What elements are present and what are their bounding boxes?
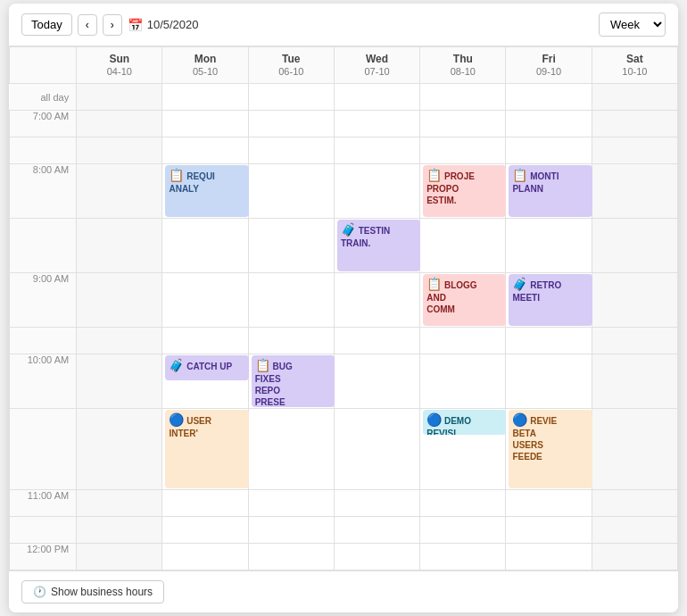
cell-mon-800[interactable]: 📋 REQUIANALY bbox=[162, 164, 248, 219]
cell-mon-930[interactable] bbox=[162, 328, 248, 354]
event-project-proposal[interactable]: 📋 PROJEPROPOESTIM. bbox=[423, 165, 506, 217]
toolbar-left: Today ‹ › 📅 10/5/2020 bbox=[21, 13, 199, 36]
cell-wed-830[interactable]: 🧳 TESTINTRAIN. bbox=[334, 219, 419, 273]
cell-wed-1000[interactable] bbox=[334, 354, 419, 409]
cell-sun-830[interactable] bbox=[77, 219, 162, 273]
cell-sat-800[interactable] bbox=[592, 164, 677, 219]
cell-tue-900[interactable] bbox=[248, 273, 334, 328]
cell-sun-900[interactable] bbox=[77, 273, 162, 328]
cell-sat-700[interactable] bbox=[592, 111, 677, 137]
cell-wed-730[interactable] bbox=[334, 137, 419, 164]
cell-thu-730[interactable] bbox=[420, 137, 506, 164]
cell-mon-1130[interactable] bbox=[162, 517, 248, 544]
cell-thu-700[interactable] bbox=[420, 111, 506, 137]
cell-thu-1100[interactable] bbox=[420, 490, 506, 517]
event-catchup[interactable]: 🧳 CATCH UP bbox=[165, 355, 248, 380]
cell-wed-700[interactable] bbox=[334, 111, 419, 137]
cell-thu-900[interactable]: 📋 BLOGGANDCOMM bbox=[420, 273, 506, 328]
cell-tue-1100[interactable] bbox=[248, 490, 334, 517]
cell-mon-700[interactable] bbox=[162, 111, 248, 137]
cell-thu-1130[interactable] bbox=[420, 517, 506, 544]
event-review-beta[interactable]: 🔵 REVIEBETAUSERSFEEDE bbox=[509, 410, 592, 488]
date-label: 📅 10/5/2020 bbox=[128, 18, 199, 32]
view-selector[interactable]: Week Day Month bbox=[599, 12, 666, 37]
view-select[interactable]: Week Day Month bbox=[599, 12, 666, 37]
cell-fri-830[interactable] bbox=[506, 219, 592, 273]
cell-mon-1030[interactable]: 🔵 USERINTER' bbox=[162, 409, 248, 490]
cell-sun-1130[interactable] bbox=[77, 517, 162, 544]
cell-tue-930[interactable] bbox=[248, 328, 334, 354]
cell-wed-930[interactable] bbox=[334, 328, 419, 354]
cell-sat-1200[interactable] bbox=[592, 544, 677, 570]
cell-fri-700[interactable] bbox=[506, 111, 592, 137]
time-730 bbox=[10, 137, 77, 164]
cell-wed-1030[interactable] bbox=[334, 409, 419, 490]
cell-tue-1130[interactable] bbox=[248, 517, 334, 544]
cell-fri-900[interactable]: 🧳 RETROMEETI bbox=[506, 273, 592, 328]
cell-fri-1200[interactable] bbox=[506, 544, 592, 570]
row-730 bbox=[10, 137, 678, 164]
cell-wed-900[interactable] bbox=[334, 273, 419, 328]
cell-mon-1100[interactable] bbox=[162, 490, 248, 517]
prev-button[interactable]: ‹ bbox=[78, 14, 97, 36]
cell-thu-1030[interactable]: 🔵 DEMO REVISI. bbox=[420, 409, 506, 490]
cell-sun-700[interactable] bbox=[77, 111, 162, 137]
cell-tue-830[interactable] bbox=[248, 219, 334, 273]
cell-sun-800[interactable] bbox=[77, 164, 162, 219]
cell-sat-930[interactable] bbox=[592, 328, 677, 354]
cell-sun-930[interactable] bbox=[77, 328, 162, 354]
cell-fri-930[interactable] bbox=[506, 328, 592, 354]
cell-tue-1200[interactable] bbox=[248, 544, 334, 570]
event-user-interview[interactable]: 🔵 USERINTER' bbox=[165, 410, 248, 488]
cell-sat-1030[interactable] bbox=[592, 409, 677, 490]
cell-wed-1100[interactable] bbox=[334, 490, 419, 517]
cell-fri-1030[interactable]: 🔵 REVIEBETAUSERSFEEDE bbox=[506, 409, 592, 490]
time-1200: 12:00 PM bbox=[10, 544, 77, 570]
cell-thu-800[interactable]: 📋 PROJEPROPOESTIM. bbox=[420, 164, 506, 219]
cell-mon-830[interactable] bbox=[162, 219, 248, 273]
cell-tue-700[interactable] bbox=[248, 111, 334, 137]
cell-sun-1030[interactable] bbox=[77, 409, 162, 490]
cell-sat-730[interactable] bbox=[592, 137, 677, 164]
cell-thu-830[interactable] bbox=[420, 219, 506, 273]
cell-tue-1030[interactable] bbox=[248, 409, 334, 490]
next-button[interactable]: › bbox=[103, 14, 122, 36]
cell-sun-1100[interactable] bbox=[77, 490, 162, 517]
cell-sat-900[interactable] bbox=[592, 273, 677, 328]
cell-sat-830[interactable] bbox=[592, 219, 677, 273]
cell-mon-900[interactable] bbox=[162, 273, 248, 328]
event-retrospective[interactable]: 🧳 RETROMEETI bbox=[509, 274, 592, 326]
time-1130 bbox=[10, 517, 77, 544]
today-button[interactable]: Today bbox=[21, 13, 72, 36]
cell-wed-800[interactable] bbox=[334, 164, 419, 219]
event-demo-revision[interactable]: 🔵 DEMO REVISI. bbox=[423, 410, 506, 435]
cell-sun-1000[interactable] bbox=[77, 354, 162, 409]
show-business-hours-button[interactable]: 🕐 Show business hours bbox=[21, 580, 164, 604]
cell-sat-1000[interactable] bbox=[592, 354, 677, 409]
cell-sat-1100[interactable] bbox=[592, 490, 677, 517]
cell-mon-1000[interactable]: 🧳 CATCH UP bbox=[162, 354, 248, 409]
cell-sat-1130[interactable] bbox=[592, 517, 677, 544]
cell-thu-1200[interactable] bbox=[420, 544, 506, 570]
cell-tue-800[interactable] bbox=[248, 164, 334, 219]
cell-fri-1000[interactable] bbox=[506, 354, 592, 409]
cell-mon-1200[interactable] bbox=[162, 544, 248, 570]
cell-fri-1130[interactable] bbox=[506, 517, 592, 544]
cell-fri-1100[interactable] bbox=[506, 490, 592, 517]
cell-fri-800[interactable]: 📋 MONTIPLANN bbox=[506, 164, 592, 219]
cell-wed-1200[interactable] bbox=[334, 544, 419, 570]
event-requirements[interactable]: 📋 REQUIANALY bbox=[165, 165, 248, 217]
cell-tue-730[interactable] bbox=[248, 137, 334, 164]
cell-sun-1200[interactable] bbox=[77, 544, 162, 570]
event-bug-fixes[interactable]: 📋 BUGFIXESREPOPRESE bbox=[252, 355, 335, 407]
cell-mon-730[interactable] bbox=[162, 137, 248, 164]
cell-sun-730[interactable] bbox=[77, 137, 162, 164]
cell-wed-1130[interactable] bbox=[334, 517, 419, 544]
cell-fri-730[interactable] bbox=[506, 137, 592, 164]
event-testing[interactable]: 🧳 TESTINTRAIN. bbox=[337, 220, 420, 271]
cell-thu-1000[interactable] bbox=[420, 354, 506, 409]
event-monthly-planning[interactable]: 📋 MONTIPLANN bbox=[509, 165, 592, 217]
cell-tue-1000[interactable]: 📋 BUGFIXESREPOPRESE bbox=[248, 354, 334, 409]
cell-thu-930[interactable] bbox=[420, 328, 506, 354]
event-blogging[interactable]: 📋 BLOGGANDCOMM bbox=[423, 274, 506, 326]
